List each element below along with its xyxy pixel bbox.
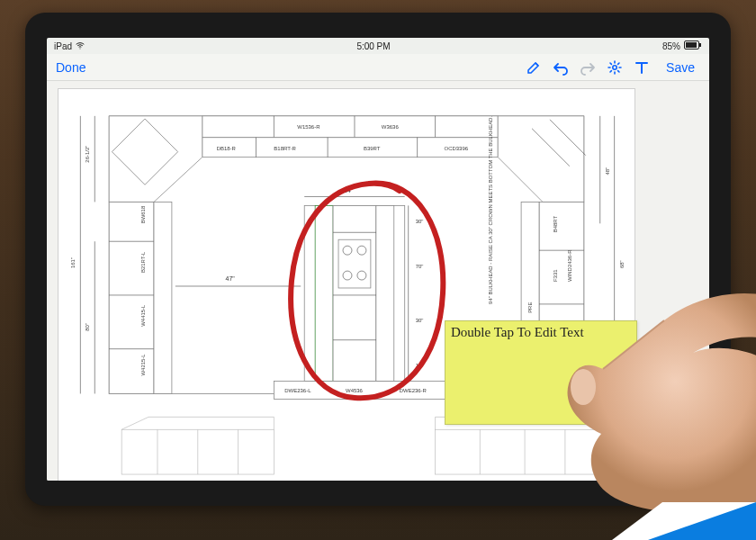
svg-text:161": 161" xyxy=(70,257,76,268)
sticky-note-text: Double Tap To Edit Text xyxy=(451,325,584,339)
svg-text:W1536-R: W1536-R xyxy=(297,124,320,130)
svg-text:94" BULKHEAD - RAISE CA
30" CR: 94" BULKHEAD - RAISE CA 30" CROWN MEETS … xyxy=(488,116,493,304)
svg-rect-43 xyxy=(333,205,376,381)
ipad-frame: iPad 5:00 PM 85% Done xyxy=(25,13,731,506)
svg-text:PRE: PRE xyxy=(527,302,533,313)
svg-text:DWE236-L: DWE236-L xyxy=(284,388,311,393)
screen: iPad 5:00 PM 85% Done xyxy=(47,38,709,481)
svg-rect-81 xyxy=(436,429,606,474)
svg-point-3 xyxy=(613,65,616,68)
corner-wedge xyxy=(612,468,756,540)
svg-rect-42 xyxy=(315,205,333,381)
svg-rect-2 xyxy=(686,42,697,48)
svg-text:B21RT-L: B21RT-L xyxy=(140,251,146,273)
svg-text:BW618: BW618 xyxy=(140,205,146,223)
svg-rect-1 xyxy=(699,43,701,47)
svg-text:DWE236-R: DWE236-R xyxy=(400,388,428,393)
svg-rect-44 xyxy=(376,205,394,381)
svg-text:W4536: W4536 xyxy=(346,388,364,393)
app-toolbar: Done Save xyxy=(47,54,709,81)
svg-text:DB18-R: DB18-R xyxy=(217,146,237,151)
svg-rect-27 xyxy=(154,202,172,393)
svg-text:80": 80" xyxy=(85,323,90,331)
text-tool-button[interactable] xyxy=(628,58,655,77)
battery-icon xyxy=(684,40,702,51)
settings-button[interactable] xyxy=(601,58,628,77)
svg-text:W3636: W3636 xyxy=(382,124,400,130)
svg-rect-23 xyxy=(109,202,154,393)
svg-text:B39RT: B39RT xyxy=(364,146,381,151)
svg-text:W4215-L: W4215-L xyxy=(140,354,146,376)
done-button[interactable]: Done xyxy=(56,60,86,75)
svg-text:13": 13" xyxy=(416,363,424,368)
svg-text:30": 30" xyxy=(416,318,424,323)
svg-text:WIND2436-R: WIND2436-R xyxy=(567,249,572,282)
svg-text:OCD3396: OCD3396 xyxy=(445,146,469,151)
svg-text:47": 47" xyxy=(226,275,236,282)
wifi-icon xyxy=(76,41,85,51)
svg-text:26-1/2": 26-1/2" xyxy=(85,146,90,163)
undo-button[interactable] xyxy=(547,58,574,77)
svg-text:34": 34" xyxy=(344,187,354,194)
clock: 5:00 PM xyxy=(85,41,662,51)
battery-text: 85% xyxy=(662,41,680,51)
svg-text:70": 70" xyxy=(416,264,424,269)
device-label: iPad xyxy=(54,41,72,51)
ios-status-bar: iPad 5:00 PM 85% xyxy=(47,38,709,54)
marker-tool-button[interactable] xyxy=(520,58,547,77)
svg-rect-5 xyxy=(202,116,498,138)
sticky-note[interactable]: Double Tap To Edit Text xyxy=(445,320,637,425)
svg-text:B18RT-R: B18RT-R xyxy=(274,146,296,151)
svg-text:B48RT: B48RT xyxy=(553,215,558,232)
svg-text:48": 48" xyxy=(605,167,610,176)
svg-rect-45 xyxy=(338,239,371,288)
redo-button[interactable] xyxy=(574,58,601,77)
save-button[interactable]: Save xyxy=(661,58,700,76)
drawing-canvas[interactable]: W1536-R W3636 DB18-R B18RT-R B39RT OCD33… xyxy=(47,81,709,481)
svg-text:F331: F331 xyxy=(553,269,558,282)
svg-text:68": 68" xyxy=(619,260,625,268)
svg-text:W4415-L: W4415-L xyxy=(140,304,146,327)
svg-text:30": 30" xyxy=(416,219,424,224)
